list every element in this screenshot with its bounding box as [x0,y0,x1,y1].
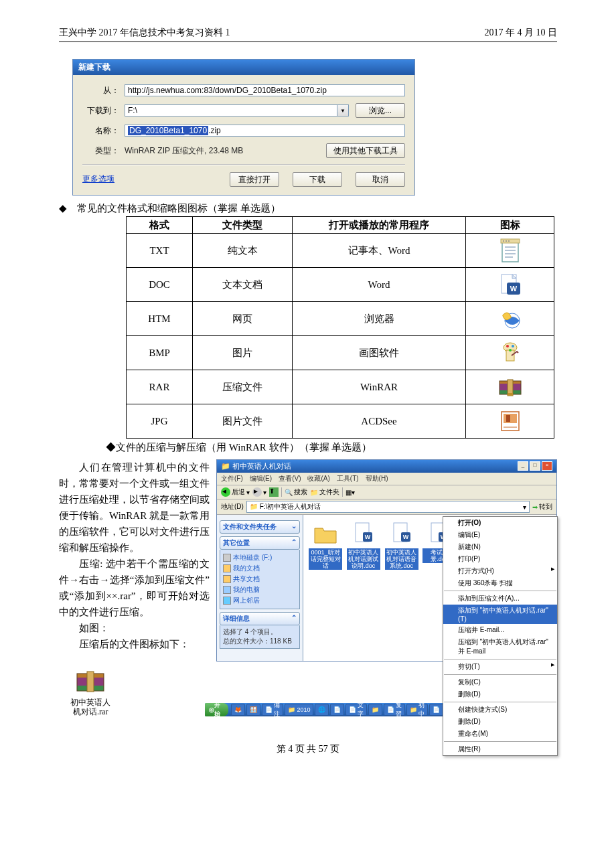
svg-text:W: W [402,534,408,540]
open-now-button[interactable]: 直接打开 [230,172,279,187]
more-options-link[interactable]: 更多选项 [82,172,114,187]
doc-icon: W [466,268,554,302]
saveto-select[interactable]: F:\ ▼ [125,104,349,116]
taskbar-item[interactable]: 📄文字 [345,704,367,716]
th-icon: 图标 [466,217,554,234]
sidebar-item[interactable]: 共享文档 [223,574,297,584]
paragraph-4: 压缩后的文件图标如下： [59,636,210,652]
quicklaunch[interactable]: 🪟 [246,704,260,716]
menu-item[interactable]: 使用 360杀毒 扫描 [443,577,557,589]
up-button[interactable]: ⬆ [269,487,279,497]
maximize-icon[interactable]: □ [530,461,540,471]
list-item[interactable]: 0001_听对话完整短对话 [309,520,342,570]
other-tool-button[interactable]: 使用其他下载工具 [326,143,405,158]
svg-rect-23 [508,393,513,396]
table-row: DOC 文本文档 Word W [127,268,554,302]
bmp-icon [466,336,554,370]
cancel-button[interactable]: 取消 [356,172,405,187]
sidebar-item[interactable]: 我的文档 [223,564,297,573]
views-button[interactable]: ▦▾ [345,489,355,496]
context-menu: 打开(O) 编辑(E) 新建(N) 打印(P) 打开方式(H) 使用 360杀毒… [443,516,558,756]
forward-button[interactable]: ►▾ [252,487,266,497]
header-left: 王兴中学 2017 年信息技术中考复习资料 1 [59,27,230,39]
menu-item[interactable]: 压缩并 E-mail... [443,624,557,636]
taskbar-item[interactable]: 📁 [368,704,382,716]
taskbar-item[interactable]: 📄复習 [384,704,405,716]
dropdown-icon[interactable]: ▼ [337,105,348,116]
table-row: JPG 图片文件 ACDSee [127,404,554,439]
menu-item[interactable]: 编辑(E) [443,529,557,541]
folder-icon: 📁 [221,462,230,470]
svg-rect-26 [506,415,510,422]
menu-item[interactable]: 压缩到 "初中英语人机对话.rar" 并 E-mail [443,636,557,657]
page-header: 王兴中学 2017 年信息技术中考复习资料 1 2017 年 4 月 10 日 [59,27,557,42]
svg-point-15 [506,345,509,347]
menu-item[interactable]: 剪切(T) [443,661,557,673]
dialog-titlebar: 新建下载 [73,60,414,75]
header-right: 2017 年 4 月 10 日 [485,27,558,39]
start-button[interactable]: ◎ 开始 [205,703,228,716]
download-button[interactable]: 下载 [293,172,342,187]
jpg-icon [466,404,554,439]
label-type: 类型： [82,145,125,157]
from-input[interactable]: http://js.newhua.com:83/down/DG_2010Beta… [125,84,405,96]
menu-item[interactable]: 打开(O) [443,517,557,529]
back-button[interactable]: ◄后退 ▾ [221,487,250,497]
list-item[interactable]: W 初中英语人机对话语音系统.doc [385,520,418,570]
format-table: 格式 文件类型 打开或播放的常用程序 图标 TXT 纯文本 记事本、Word D… [126,216,554,439]
taskbar-item[interactable]: 📁初中 [406,704,428,716]
table-row: BMP 图片 画图软件 [127,336,554,370]
svg-rect-40 [87,672,94,692]
explorer-sidebar: 文件和文件夹任务⌄ 其它位置⌃ 本地磁盘 (F:) 我的文档 共享文档 我的电脑… [217,515,303,661]
type-value: WinRAR ZIP 压缩文件, 23.48 MB [125,145,319,157]
side-task-title[interactable]: 文件和文件夹任务⌄ [220,520,300,534]
menu-item[interactable]: 属性(R) [443,743,557,755]
rar-icon [466,370,554,404]
menu-item[interactable]: 打印(P) [443,553,557,565]
goto-button[interactable]: ➡转到 [532,502,552,512]
sidebar-item[interactable]: 我的电脑 [223,585,297,595]
browse-button[interactable]: 浏览... [356,103,405,118]
close-icon[interactable]: × [542,461,552,471]
menu-item[interactable]: 创建快捷方式(S) [443,704,557,716]
table-row: HTM 网页 浏览器 [127,302,554,336]
menu-item[interactable]: 删除(D) [443,716,557,728]
label-saveto: 下载到： [82,105,125,116]
address-input[interactable]: 📁 F:\初中英语人机对话▾ [246,501,530,513]
search-button[interactable]: 🔍搜索 [285,487,307,497]
name-input[interactable]: DG_2010Beta1_1070.zip [125,125,405,137]
paragraph-1: 人们在管理计算机中的文件时，常常要对一个文件或一组文件进行压缩处理，以节省存储空… [59,459,210,556]
explorer-menubar[interactable]: 文件(F)编辑(E)查看(V)收藏(A)工具(T)帮助(H) [217,473,556,485]
menu-item[interactable]: 打开方式(H) [443,565,557,577]
svg-rect-0 [502,242,518,262]
menu-item-selected[interactable]: 添加到 "初中英语人机对话.rar"(T) [443,605,557,624]
svg-text:W: W [510,285,517,293]
svg-rect-14 [506,350,514,361]
menu-item[interactable]: 添加到压缩文件(A)... [443,593,557,605]
svg-point-16 [512,345,514,347]
htm-icon [466,302,554,336]
menu-item[interactable]: 新建(N) [443,541,557,553]
sidebar-item[interactable]: 本地磁盘 (F:) [223,553,297,562]
rar-file-icon: 初中英语人 机对话.rar [63,670,118,716]
taskbar-item[interactable]: 📄 [330,704,344,716]
label-name: 名称： [82,125,125,137]
folders-button[interactable]: 📁文件夹 [310,487,339,497]
menu-item[interactable]: 删除(D) [443,688,557,700]
sidebar-item[interactable]: 网上邻居 [223,596,297,605]
svg-point-2 [503,240,504,242]
explorer-main[interactable]: 0001_听对话完整短对话 W 初中英语人机对话测试说明.doc W 初中英语人… [303,515,556,661]
menu-item[interactable]: 重命名(M) [443,728,557,740]
svg-point-4 [508,240,510,242]
quicklaunch[interactable]: 🦊 [231,704,245,716]
table-row: TXT 纯文本 记事本、Word [127,234,554,268]
minimize-icon[interactable]: _ [518,461,528,471]
side-detail-title[interactable]: 详细信息⌃ [220,612,300,625]
taskbar-item[interactable]: 📄 [429,704,443,716]
taskbar-item[interactable]: 🌐 [315,704,329,716]
taskbar-item[interactable]: 📄備注 [262,704,283,716]
list-item[interactable]: W 初中英语人机对话测试说明.doc [347,520,380,570]
menu-item[interactable]: 复制(C) [443,676,557,688]
side-other-title[interactable]: 其它位置⌃ [220,536,300,550]
taskbar-item[interactable]: 📁2010 [285,704,313,716]
